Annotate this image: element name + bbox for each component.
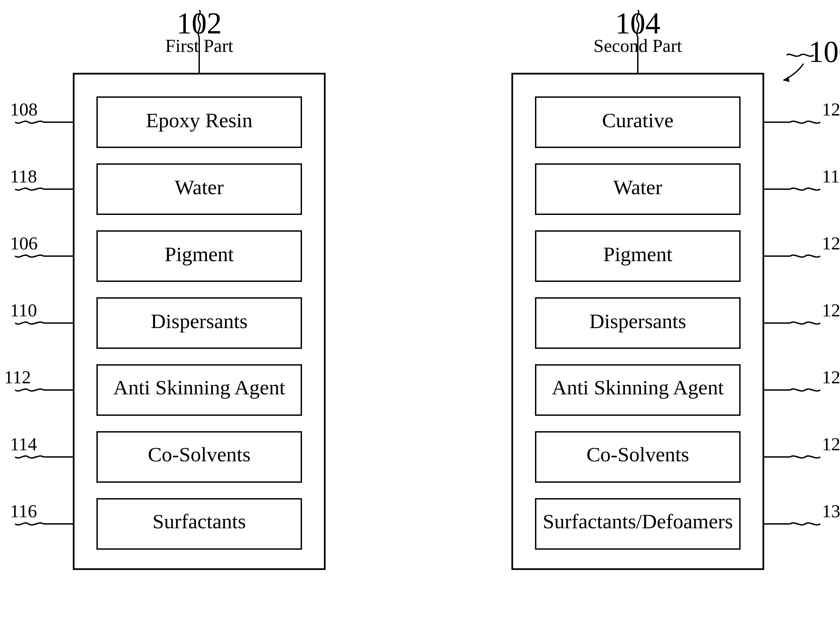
ref-112: 112 [4, 367, 31, 387]
surfactants-defoamers-label: Surfactants/Defoamers [543, 510, 733, 533]
pigment-label-2: Pigment [603, 243, 673, 265]
anti-skinning-label-2: Anti Skinning Agent [552, 376, 724, 399]
ref-116: 116 [10, 501, 37, 521]
ref-114: 114 [10, 434, 37, 454]
ref-124: 124 [822, 300, 840, 321]
dispersants-label-2: Dispersants [589, 310, 686, 333]
ref-110: 110 [10, 300, 37, 321]
surfactants-label-1: Surfactants [153, 510, 246, 533]
ref-104: 104 [615, 7, 661, 40]
ref-106: 106 [10, 233, 38, 253]
ref-118-1: 118 [10, 166, 37, 187]
dispersants-label-1: Dispersants [151, 310, 247, 333]
water-label-2: Water [613, 176, 662, 199]
curative-label: Curative [602, 109, 674, 132]
water-label-1: Water [175, 176, 224, 199]
ref-130: 130 [822, 501, 840, 521]
diagram-container: Epoxy Resin Water Pigment Dispersants An… [0, 0, 840, 620]
ref-108: 108 [10, 99, 38, 119]
co-solvents-label-2: Co-Solvents [587, 443, 689, 466]
co-solvents-label-1: Co-Solvents [148, 443, 251, 466]
ref-100: 100 [808, 35, 840, 68]
ref-102: 102 [177, 7, 222, 40]
ref-120: 120 [822, 233, 840, 253]
ref-126: 126 [822, 367, 840, 387]
ref-128: 128 [822, 434, 840, 454]
ref-122: 122 [822, 99, 840, 119]
epoxy-resin-label: Epoxy Resin [146, 109, 253, 132]
ref-118-2: 118 [822, 166, 840, 187]
anti-skinning-label-1: Anti Skinning Agent [113, 376, 285, 399]
pigment-label-1: Pigment [165, 243, 234, 265]
